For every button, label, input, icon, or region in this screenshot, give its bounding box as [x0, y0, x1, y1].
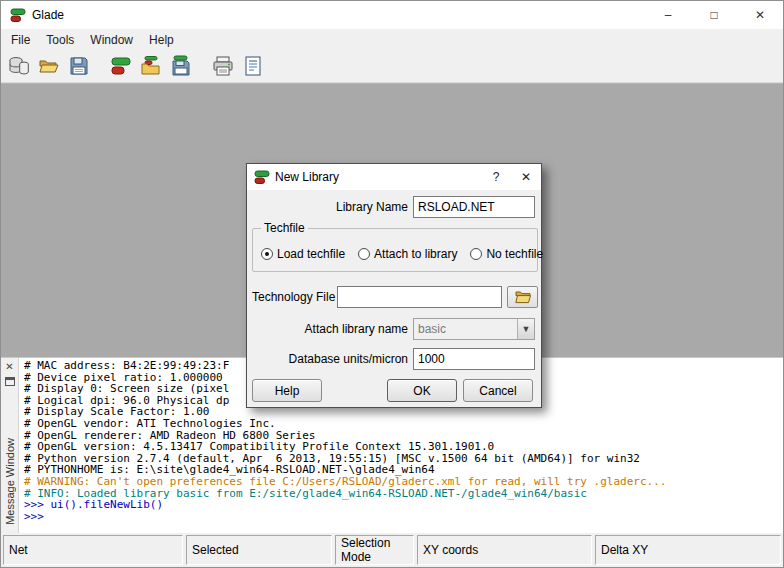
attach-library-value: basic	[414, 319, 517, 339]
menu-tools[interactable]: Tools	[38, 31, 82, 49]
db-units-row: Database units/micron	[247, 348, 541, 370]
radio-label: Attach to library	[374, 247, 457, 261]
printer-icon	[212, 55, 234, 77]
save-cell-icon	[170, 55, 192, 77]
radio-label: No techfile	[486, 247, 543, 261]
open-cell-icon	[140, 55, 162, 77]
glade-window: Glade – □ ✕ FileToolsWindowHelp	[0, 0, 784, 568]
attach-library-row: Attach library name basic ▼	[247, 318, 541, 340]
chevron-down-icon: ▼	[517, 319, 534, 339]
document-icon	[242, 55, 264, 77]
radio-icon	[358, 248, 370, 260]
save-library-button[interactable]	[65, 52, 93, 80]
radio-no-techfile[interactable]: No techfile	[470, 247, 543, 261]
open-cell-button[interactable]	[137, 52, 165, 80]
minimize-button[interactable]: –	[645, 1, 691, 29]
toolbar-separator	[95, 52, 107, 80]
status-bar: NetSelectedSelection ModeXY coordsDelta …	[1, 533, 783, 567]
console-line: >>> ui().fileNewLib()	[24, 499, 783, 511]
technology-file-input[interactable]	[337, 286, 502, 308]
db-units-label: Database units/micron	[247, 352, 413, 366]
attach-library-select[interactable]: basic ▼	[413, 318, 535, 340]
radio-label: Load techfile	[277, 247, 345, 261]
message-window-undock-button[interactable]	[5, 377, 15, 386]
dialog-title-bar: New Library ? ✕	[247, 164, 541, 190]
undock-icon	[5, 377, 15, 386]
glade-cell-icon	[110, 55, 132, 77]
title-bar: Glade – □ ✕	[1, 1, 783, 29]
db-units-input[interactable]	[413, 348, 535, 370]
technology-file-row: Technology File	[247, 286, 541, 308]
open-library-button[interactable]	[35, 52, 63, 80]
cancel-button[interactable]: Cancel	[463, 379, 533, 402]
menu-bar: FileToolsWindowHelp	[1, 29, 783, 50]
database-icon	[8, 55, 30, 77]
dialog-title: New Library	[275, 170, 339, 184]
message-window-strip: ✕ Message Window	[1, 358, 19, 533]
toolbar	[1, 50, 783, 83]
radio-load-techfile[interactable]: Load techfile	[261, 247, 345, 261]
attach-library-label: Attach library name	[247, 322, 413, 336]
library-name-label: Library Name	[247, 200, 413, 214]
techfile-groupbox: Techfile Load techfile Attach to library…	[252, 228, 538, 272]
help-button[interactable]: Help	[252, 379, 322, 402]
menu-help[interactable]: Help	[141, 31, 182, 49]
techfile-options: Load techfile Attach to library No techf…	[253, 229, 537, 271]
technology-file-label: Technology File	[247, 290, 337, 304]
dialog-close-button[interactable]: ✕	[511, 164, 541, 190]
status-delta-xy: Delta XY	[595, 535, 781, 565]
status-xy-coords: XY coords	[417, 535, 592, 565]
browse-techfile-button[interactable]	[507, 286, 538, 308]
dialog-help-button[interactable]: ?	[481, 164, 511, 190]
open-folder-icon	[38, 55, 60, 77]
save-icon	[68, 55, 90, 77]
folder-icon	[515, 290, 531, 304]
save-cell-button[interactable]	[167, 52, 195, 80]
radio-icon	[470, 248, 482, 260]
status-net: Net	[3, 535, 183, 565]
window-controls: – □ ✕	[645, 1, 783, 29]
toolbar-separator	[197, 52, 209, 80]
radio-attach-to-library[interactable]: Attach to library	[358, 247, 457, 261]
ok-button[interactable]: OK	[387, 379, 457, 402]
console-line: # WARNING: Can't open preferences file C…	[24, 476, 783, 488]
new-cell-button[interactable]	[107, 52, 135, 80]
status-selection-mode: Selection Mode	[335, 535, 414, 565]
status-selected: Selected	[186, 535, 332, 565]
console-line: # OpenGL vendor: ATI Technologies Inc.	[24, 418, 783, 430]
dialog-buttons-row: Help OK Cancel	[247, 379, 541, 402]
dialog-controls: ? ✕	[481, 164, 541, 190]
menu-file[interactable]: File	[3, 31, 38, 49]
library-name-row: Library Name	[247, 196, 541, 218]
dialog-body: Library Name Techfile Load techfile Atta…	[247, 190, 541, 407]
menu-window[interactable]: Window	[82, 31, 141, 49]
glade-logo-icon	[10, 7, 26, 23]
techfile-legend: Techfile	[261, 221, 308, 235]
message-window-close-button[interactable]: ✕	[5, 360, 13, 374]
library-manager-button[interactable]	[5, 52, 33, 80]
library-name-input[interactable]	[413, 196, 535, 218]
new-library-dialog: New Library ? ✕ Library Name Techfile Lo…	[246, 163, 542, 408]
print-button[interactable]	[209, 52, 237, 80]
maximize-button[interactable]: □	[691, 1, 737, 29]
window-title: Glade	[32, 8, 64, 22]
radio-icon	[261, 248, 273, 260]
console-line: >>>	[24, 511, 783, 523]
console-line: # OpenGL version: 4.5.13417 Compatibilit…	[24, 441, 783, 453]
close-button[interactable]: ✕	[737, 1, 783, 29]
glade-logo-icon	[254, 169, 270, 185]
log-button[interactable]	[239, 52, 267, 80]
message-window-tab-label: Message Window	[4, 438, 16, 525]
